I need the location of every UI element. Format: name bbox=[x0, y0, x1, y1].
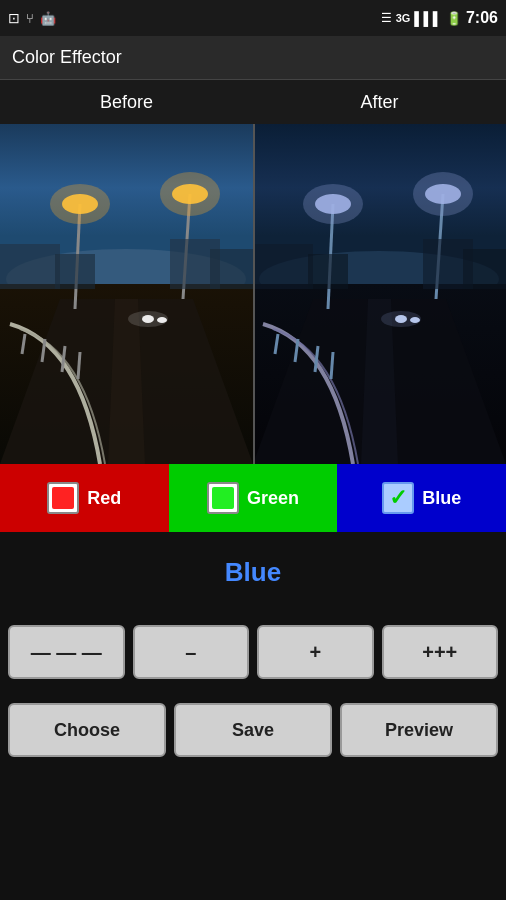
before-label: Before bbox=[0, 92, 253, 113]
svg-point-43 bbox=[381, 311, 421, 327]
color-selector-bar: Red Green ✓ Blue bbox=[0, 464, 506, 532]
color-cell-green[interactable]: Green bbox=[169, 464, 338, 532]
image-divider bbox=[253, 124, 255, 464]
status-time: 7:06 bbox=[466, 9, 498, 27]
blue-checkbox[interactable]: ✓ bbox=[382, 482, 414, 514]
svg-line-8 bbox=[78, 352, 80, 379]
svg-line-30 bbox=[331, 352, 333, 379]
android-icon: 🤖 bbox=[40, 11, 56, 26]
green-checkbox[interactable] bbox=[207, 482, 239, 514]
preview-button[interactable]: Preview bbox=[340, 703, 498, 757]
svg-rect-37 bbox=[253, 244, 313, 289]
svg-rect-18 bbox=[210, 249, 253, 289]
svg-rect-16 bbox=[55, 254, 95, 289]
green-checkbox-inner bbox=[212, 487, 234, 509]
app-title: Color Effector bbox=[12, 47, 122, 68]
color-cell-red[interactable]: Red bbox=[0, 464, 169, 532]
red-label: Red bbox=[87, 488, 121, 509]
triple-minus-button[interactable]: — — — bbox=[8, 625, 125, 679]
after-label: After bbox=[253, 92, 506, 113]
adjustment-buttons-row: — — — – + +++ bbox=[0, 616, 506, 688]
save-button[interactable]: Save bbox=[174, 703, 332, 757]
color-cell-blue[interactable]: ✓ Blue bbox=[337, 464, 506, 532]
svg-point-36 bbox=[413, 172, 473, 216]
usb-icon: ⊡ bbox=[8, 10, 20, 26]
svg-rect-40 bbox=[463, 249, 506, 289]
blue-label: Blue bbox=[422, 488, 461, 509]
signal-3g-icon: 3G bbox=[396, 12, 411, 24]
action-buttons-row: Choose Save Preview bbox=[0, 694, 506, 766]
bottom-fill bbox=[0, 766, 506, 900]
signal-bars-icon: ▌▌▌ bbox=[414, 11, 442, 26]
notification-icon: ☰ bbox=[381, 11, 392, 25]
blue-checkmark: ✓ bbox=[389, 485, 407, 511]
red-checkbox-inner bbox=[52, 487, 74, 509]
channel-display: Blue bbox=[0, 532, 506, 612]
after-image bbox=[253, 124, 506, 464]
fork-icon: ⑂ bbox=[26, 11, 34, 26]
red-checkbox[interactable] bbox=[47, 482, 79, 514]
status-bar-left: ⊡ ⑂ 🤖 bbox=[8, 10, 56, 26]
svg-point-33 bbox=[303, 184, 363, 224]
svg-rect-15 bbox=[0, 244, 60, 289]
image-comparison-area bbox=[0, 124, 506, 464]
battery-icon: 🔋 bbox=[446, 11, 462, 26]
minus-button[interactable]: – bbox=[133, 625, 250, 679]
plus-button[interactable]: + bbox=[257, 625, 374, 679]
svg-point-21 bbox=[128, 311, 168, 327]
svg-rect-38 bbox=[308, 254, 348, 289]
before-image bbox=[0, 124, 253, 464]
selected-channel-name: Blue bbox=[225, 557, 281, 588]
title-bar: Color Effector bbox=[0, 36, 506, 80]
svg-point-11 bbox=[50, 184, 110, 224]
status-bar: ⊡ ⑂ 🤖 ☰ 3G ▌▌▌ 🔋 7:06 bbox=[0, 0, 506, 36]
before-after-bar: Before After bbox=[0, 80, 506, 124]
svg-point-14 bbox=[160, 172, 220, 216]
green-label: Green bbox=[247, 488, 299, 509]
choose-button[interactable]: Choose bbox=[8, 703, 166, 757]
triple-plus-button[interactable]: +++ bbox=[382, 625, 499, 679]
status-bar-right: ☰ 3G ▌▌▌ 🔋 7:06 bbox=[381, 9, 498, 27]
